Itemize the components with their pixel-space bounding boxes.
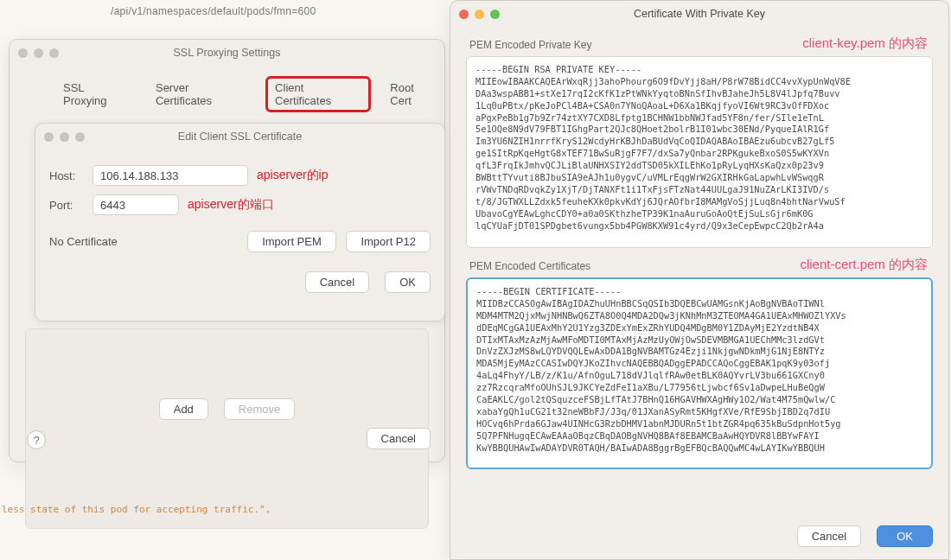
cert-titlebar: Certificate With Private Key [450,1,948,27]
private-key-textarea[interactable]: -----BEGIN RSA PRIVATE KEY----- MIIEowIB… [466,56,933,248]
no-certificate-label: No Certificate [49,235,118,248]
edit-cancel-button[interactable]: Cancel [305,271,369,293]
port-annotation: apiserver的端口 [188,197,274,213]
host-annotation: apiserver的ip [257,168,328,183]
edit-cert-title: Edit Client SSL Certificate [35,130,444,143]
help-button[interactable]: ? [27,430,46,449]
cert-cancel-button[interactable]: Cancel [797,525,861,547]
host-label: Host: [49,169,93,182]
edit-ok-button[interactable]: OK [385,271,431,293]
private-key-annotation: client-key.pem 的内容 [802,35,928,52]
import-p12-button[interactable]: Import P12 [346,231,431,252]
tab-ssl-proxying[interactable]: SSL Proxying [56,78,137,111]
port-label: Port: [49,199,93,212]
certificates-annotation: client-cert.pem 的内容 [800,257,928,273]
remove-button: Remove [224,398,295,420]
breadcrumb: /api/v1/namespaces/default/pods/fmn=600 [111,5,316,17]
cert-window-title: Certificate With Private Key [450,8,948,20]
terminal-output-text: less state of this pod for accepting tra… [2,504,271,515]
tab-server-certificates[interactable]: Server Certificates [149,78,253,111]
certificate-with-private-key-window: Certificate With Private Key PEM Encoded… [450,0,949,560]
add-remove-row: Add Remove [36,398,418,429]
add-button[interactable]: Add [159,398,208,420]
edit-client-ssl-certificate-window: Edit Client SSL Certificate Host: apiser… [35,123,445,321]
settings-tabs: SSL Proxying Server Certificates Client … [10,66,444,121]
edit-cert-titlebar: Edit Client SSL Certificate [35,124,444,150]
tab-root-certificate[interactable]: Root Cert [383,78,444,111]
import-pem-button[interactable]: Import PEM [247,231,336,252]
port-input[interactable] [93,194,179,215]
certificates-textarea[interactable]: -----BEGIN CERTIFICATE----- MIIDBzCCASOg… [466,277,933,469]
tab-client-certificates[interactable]: Client Certificates [265,76,371,112]
settings-cancel-button[interactable]: Cancel [367,428,431,449]
host-input[interactable] [93,165,248,186]
cert-ok-button[interactable]: OK [877,525,933,547]
settings-title: SSL Proxying Settings [10,47,444,59]
settings-titlebar: SSL Proxying Settings [10,40,444,66]
